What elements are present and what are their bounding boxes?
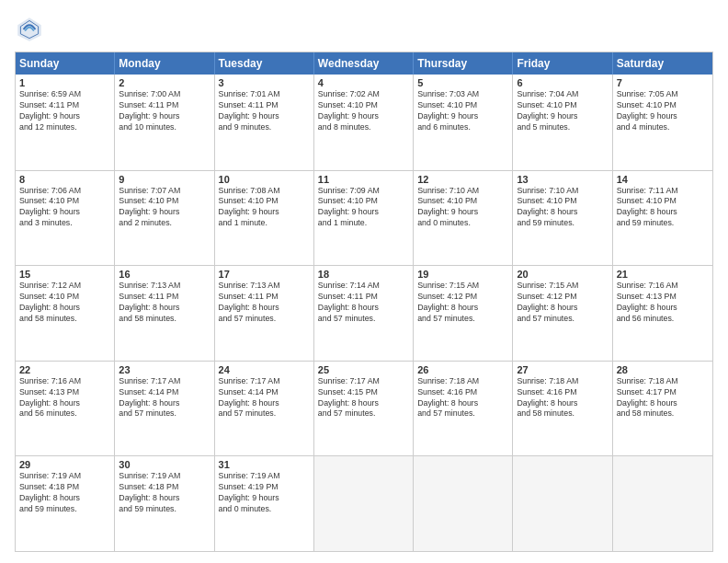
day-info: Sunrise: 7:03 AM Sunset: 4:10 PM Dayligh…: [417, 89, 508, 133]
day-number: 12: [417, 174, 508, 185]
day-cell-27: 27Sunrise: 7:18 AM Sunset: 4:16 PM Dayli…: [513, 362, 612, 456]
header: [15, 15, 713, 44]
day-info: Sunrise: 7:18 AM Sunset: 4:17 PM Dayligh…: [617, 376, 709, 420]
day-cell-3: 3Sunrise: 7:01 AM Sunset: 4:11 PM Daylig…: [215, 75, 314, 170]
day-info: Sunrise: 7:18 AM Sunset: 4:16 PM Dayligh…: [417, 376, 508, 420]
day-number: 7: [617, 77, 709, 88]
day-cell-7: 7Sunrise: 7:05 AM Sunset: 4:10 PM Daylig…: [613, 75, 712, 170]
day-number: 8: [19, 174, 110, 185]
day-number: 30: [119, 459, 210, 470]
day-cell-12: 12Sunrise: 7:10 AM Sunset: 4:10 PM Dayli…: [414, 171, 513, 266]
day-info: Sunrise: 7:17 AM Sunset: 4:14 PM Dayligh…: [219, 376, 310, 420]
day-cell-10: 10Sunrise: 7:08 AM Sunset: 4:10 PM Dayli…: [215, 171, 314, 266]
calendar-body: 1Sunrise: 6:59 AM Sunset: 4:11 PM Daylig…: [16, 75, 712, 551]
day-number: 5: [417, 77, 508, 88]
day-cell-18: 18Sunrise: 7:14 AM Sunset: 4:11 PM Dayli…: [314, 266, 414, 361]
day-number: 15: [19, 269, 110, 280]
day-number: 27: [517, 364, 608, 375]
logo-icon: [15, 15, 44, 44]
day-info: Sunrise: 7:13 AM Sunset: 4:11 PM Dayligh…: [219, 281, 310, 325]
day-number: 26: [417, 364, 508, 375]
day-cell-17: 17Sunrise: 7:13 AM Sunset: 4:11 PM Dayli…: [215, 266, 314, 361]
day-cell-5: 5Sunrise: 7:03 AM Sunset: 4:10 PM Daylig…: [414, 75, 513, 170]
day-cell-19: 19Sunrise: 7:15 AM Sunset: 4:12 PM Dayli…: [414, 266, 513, 361]
day-info: Sunrise: 7:10 AM Sunset: 4:10 PM Dayligh…: [417, 186, 508, 230]
week-row-1: 1Sunrise: 6:59 AM Sunset: 4:11 PM Daylig…: [16, 75, 712, 170]
day-cell-13: 13Sunrise: 7:10 AM Sunset: 4:10 PM Dayli…: [513, 171, 612, 266]
day-number: 4: [318, 77, 409, 88]
day-info: Sunrise: 7:18 AM Sunset: 4:16 PM Dayligh…: [517, 376, 608, 420]
day-number: 28: [617, 364, 709, 375]
day-info: Sunrise: 7:02 AM Sunset: 4:10 PM Dayligh…: [318, 89, 409, 133]
day-cell-1: 1Sunrise: 6:59 AM Sunset: 4:11 PM Daylig…: [16, 75, 115, 170]
day-cell-6: 6Sunrise: 7:04 AM Sunset: 4:10 PM Daylig…: [513, 75, 612, 170]
day-info: Sunrise: 7:09 AM Sunset: 4:10 PM Dayligh…: [318, 186, 409, 230]
day-info: Sunrise: 7:07 AM Sunset: 4:10 PM Dayligh…: [119, 186, 210, 230]
day-cell-30: 30Sunrise: 7:19 AM Sunset: 4:18 PM Dayli…: [115, 456, 214, 551]
day-info: Sunrise: 7:19 AM Sunset: 4:18 PM Dayligh…: [19, 471, 110, 515]
header-day-monday: Monday: [115, 52, 214, 75]
day-info: Sunrise: 7:05 AM Sunset: 4:10 PM Dayligh…: [617, 89, 709, 133]
week-row-3: 15Sunrise: 7:12 AM Sunset: 4:10 PM Dayli…: [16, 265, 712, 361]
day-info: Sunrise: 7:16 AM Sunset: 4:13 PM Dayligh…: [19, 376, 110, 420]
day-cell-4: 4Sunrise: 7:02 AM Sunset: 4:10 PM Daylig…: [314, 75, 414, 170]
day-number: 14: [617, 174, 709, 185]
day-cell-23: 23Sunrise: 7:17 AM Sunset: 4:14 PM Dayli…: [115, 362, 214, 456]
day-number: 19: [417, 269, 508, 280]
day-cell-2: 2Sunrise: 7:00 AM Sunset: 4:11 PM Daylig…: [115, 75, 214, 170]
day-number: 31: [219, 459, 310, 470]
header-day-saturday: Saturday: [613, 52, 712, 75]
day-info: Sunrise: 7:17 AM Sunset: 4:14 PM Dayligh…: [119, 376, 210, 420]
svg-marker-0: [17, 17, 41, 41]
day-cell-31: 31Sunrise: 7:19 AM Sunset: 4:19 PM Dayli…: [215, 456, 314, 551]
day-info: Sunrise: 7:10 AM Sunset: 4:10 PM Dayligh…: [517, 186, 608, 230]
day-cell-11: 11Sunrise: 7:09 AM Sunset: 4:10 PM Dayli…: [314, 171, 414, 266]
day-number: 10: [219, 174, 310, 185]
day-info: Sunrise: 7:06 AM Sunset: 4:10 PM Dayligh…: [19, 186, 110, 230]
day-number: 13: [517, 174, 608, 185]
day-info: Sunrise: 7:13 AM Sunset: 4:11 PM Dayligh…: [119, 281, 210, 325]
header-day-wednesday: Wednesday: [314, 52, 414, 75]
day-cell-16: 16Sunrise: 7:13 AM Sunset: 4:11 PM Dayli…: [115, 266, 214, 361]
day-number: 23: [119, 364, 210, 375]
day-info: Sunrise: 7:00 AM Sunset: 4:11 PM Dayligh…: [119, 89, 210, 133]
day-cell-9: 9Sunrise: 7:07 AM Sunset: 4:10 PM Daylig…: [115, 171, 214, 266]
calendar: SundayMondayTuesdayWednesdayThursdayFrid…: [15, 52, 713, 552]
day-number: 2: [119, 77, 210, 88]
day-info: Sunrise: 7:01 AM Sunset: 4:11 PM Dayligh…: [219, 89, 310, 133]
day-number: 3: [219, 77, 310, 88]
header-day-thursday: Thursday: [414, 52, 513, 75]
header-day-friday: Friday: [513, 52, 612, 75]
day-number: 16: [119, 269, 210, 280]
empty-cell: [613, 456, 712, 551]
day-info: Sunrise: 7:11 AM Sunset: 4:10 PM Dayligh…: [617, 186, 709, 230]
day-cell-28: 28Sunrise: 7:18 AM Sunset: 4:17 PM Dayli…: [613, 362, 712, 456]
logo: [15, 15, 48, 44]
day-cell-15: 15Sunrise: 7:12 AM Sunset: 4:10 PM Dayli…: [16, 266, 115, 361]
day-info: Sunrise: 7:17 AM Sunset: 4:15 PM Dayligh…: [318, 376, 409, 420]
day-info: Sunrise: 7:08 AM Sunset: 4:10 PM Dayligh…: [219, 186, 310, 230]
day-info: Sunrise: 7:16 AM Sunset: 4:13 PM Dayligh…: [617, 281, 709, 325]
day-number: 6: [517, 77, 608, 88]
day-info: Sunrise: 7:14 AM Sunset: 4:11 PM Dayligh…: [318, 281, 409, 325]
day-number: 17: [219, 269, 310, 280]
day-cell-29: 29Sunrise: 7:19 AM Sunset: 4:18 PM Dayli…: [16, 456, 115, 551]
day-cell-8: 8Sunrise: 7:06 AM Sunset: 4:10 PM Daylig…: [16, 171, 115, 266]
day-info: Sunrise: 7:15 AM Sunset: 4:12 PM Dayligh…: [417, 281, 508, 325]
header-day-sunday: Sunday: [16, 52, 115, 75]
empty-cell: [314, 456, 414, 551]
day-info: Sunrise: 7:19 AM Sunset: 4:19 PM Dayligh…: [219, 471, 310, 515]
day-number: 21: [617, 269, 709, 280]
day-number: 29: [19, 459, 110, 470]
day-info: Sunrise: 7:04 AM Sunset: 4:10 PM Dayligh…: [517, 89, 608, 133]
day-number: 20: [517, 269, 608, 280]
day-number: 1: [19, 77, 110, 88]
day-cell-22: 22Sunrise: 7:16 AM Sunset: 4:13 PM Dayli…: [16, 362, 115, 456]
week-row-2: 8Sunrise: 7:06 AM Sunset: 4:10 PM Daylig…: [16, 170, 712, 266]
calendar-header: SundayMondayTuesdayWednesdayThursdayFrid…: [16, 52, 712, 75]
page: SundayMondayTuesdayWednesdayThursdayFrid…: [0, 0, 728, 563]
header-day-tuesday: Tuesday: [215, 52, 314, 75]
day-cell-25: 25Sunrise: 7:17 AM Sunset: 4:15 PM Dayli…: [314, 362, 414, 456]
empty-cell: [513, 456, 612, 551]
week-row-5: 29Sunrise: 7:19 AM Sunset: 4:18 PM Dayli…: [16, 455, 712, 551]
